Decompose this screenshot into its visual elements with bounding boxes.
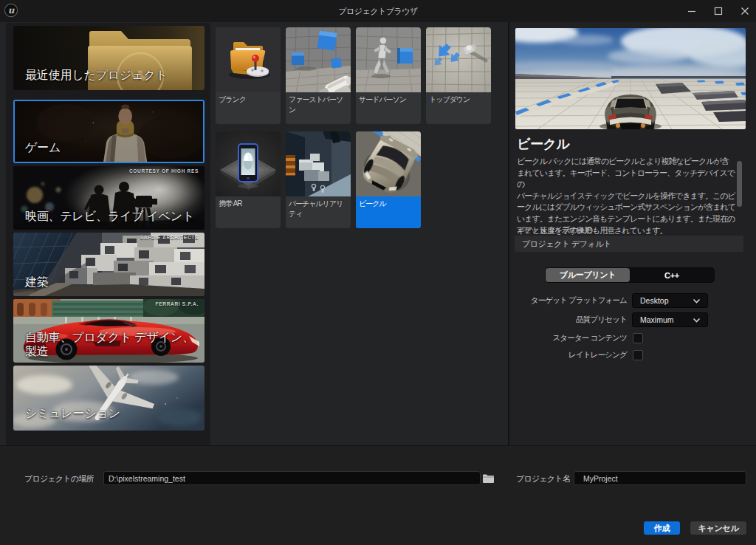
tile-credit: COURTESY OF HIGH RES bbox=[129, 168, 199, 174]
template-description: ビークル パックには通常のビークルとより複雑なビークルが含 まれています。キーボ… bbox=[517, 156, 740, 236]
svg-text:u: u bbox=[8, 5, 15, 16]
sidebar-item-label: 最近使用したプロジェクト bbox=[25, 68, 168, 83]
template-card-virtual-reality[interactable]: バーチャルリアリティ bbox=[286, 131, 351, 228]
vehicle-template-image bbox=[356, 131, 421, 196]
scrollbar-thumb[interactable] bbox=[737, 161, 742, 207]
template-detail-title: ビークル bbox=[517, 135, 569, 153]
handheld-ar-template-image bbox=[216, 131, 281, 196]
close-button[interactable] bbox=[734, 0, 756, 22]
target-platform-value: Desktop bbox=[640, 296, 669, 305]
project-name-value: MyProject bbox=[583, 474, 618, 483]
asset-type-reference-label: アセット タイプの参照 bbox=[516, 225, 591, 236]
template-card-first-person[interactable]: ファーストパーソン bbox=[286, 27, 351, 124]
starter-content-checkbox[interactable] bbox=[633, 333, 643, 343]
starter-content-row: スターター コンテンツ bbox=[515, 332, 751, 345]
template-card-blank[interactable]: ブランク bbox=[216, 27, 281, 124]
template-card-label: サードパーソン bbox=[356, 92, 421, 124]
template-card-top-down[interactable]: トップダウン bbox=[426, 27, 491, 124]
maximize-button[interactable] bbox=[707, 0, 729, 22]
tile-credit: FERRARI S.P.A. bbox=[156, 301, 199, 306]
tile-credit: SAFDIE ARCHITECTS bbox=[140, 235, 199, 240]
folder-icon bbox=[483, 474, 494, 483]
vertical-divider bbox=[508, 22, 509, 446]
target-platform-label: ターゲット プラットフォーム bbox=[515, 295, 627, 306]
template-card-label: ブランク bbox=[216, 92, 281, 124]
template-card-label: ファーストパーソン bbox=[286, 92, 351, 124]
sidebar-item-label: 映画、テレビ、ライブ イベント bbox=[25, 209, 194, 224]
template-card-label: バーチャルリアリティ bbox=[286, 196, 351, 228]
template-card-label: トップダウン bbox=[426, 92, 491, 124]
quality-preset-dropdown[interactable]: Maximum bbox=[633, 313, 707, 326]
cpp-toggle-button[interactable]: C++ bbox=[630, 268, 714, 282]
third-person-template-image bbox=[356, 27, 421, 92]
raytracing-checkbox[interactable] bbox=[633, 350, 643, 360]
project-name-label: プロジェクト名 bbox=[516, 473, 568, 484]
blank-template-image bbox=[216, 27, 281, 92]
unreal-logo-icon: u bbox=[4, 3, 18, 18]
blueprint-toggle-button[interactable]: ブループリント bbox=[546, 268, 630, 282]
sidebar-item-simulation[interactable]: シミュレーション bbox=[13, 366, 205, 431]
project-location-value: D:\pixelstreaming_test bbox=[109, 474, 185, 483]
sidebar-item-label: 自動車、プロダクト デザイン、製造 bbox=[25, 331, 198, 358]
virtual-reality-template-image bbox=[286, 131, 351, 196]
quality-preset-value: Maximum bbox=[640, 315, 674, 324]
sidebar-item-label: シミュレーション bbox=[25, 406, 120, 421]
template-card-label: 携帯 AR bbox=[216, 196, 281, 228]
browse-folder-button[interactable] bbox=[481, 472, 495, 484]
asset-type-reference-field[interactable]: プロジェクト デフォルト bbox=[515, 236, 743, 252]
project-location-input[interactable]: D:\pixelstreaming_test bbox=[103, 471, 481, 485]
template-card-label: ビークル bbox=[356, 196, 421, 228]
template-card-handheld-ar[interactable]: 携帯 AR bbox=[216, 131, 281, 228]
sidebar-item-games[interactable]: ゲーム bbox=[13, 100, 205, 163]
starter-content-label: スターター コンテンツ bbox=[515, 333, 627, 343]
quality-preset-label: 品質プリセット bbox=[515, 315, 627, 325]
target-platform-row: ターゲット プラットフォーム Desktop bbox=[515, 294, 751, 307]
sidebar-item-label: ゲーム bbox=[25, 140, 61, 155]
template-preview-image bbox=[515, 28, 746, 129]
template-card-third-person[interactable]: サードパーソン bbox=[356, 27, 421, 124]
top-down-template-image bbox=[426, 27, 491, 92]
chevron-down-icon bbox=[693, 318, 701, 323]
template-card-vehicle[interactable]: ビークル bbox=[356, 131, 421, 228]
sidebar-item-recent-projects[interactable]: 最近使用したプロジェクト bbox=[13, 26, 205, 90]
minimize-button[interactable] bbox=[681, 0, 703, 22]
raytracing-row: レイトレーシング bbox=[515, 349, 751, 362]
cancel-button[interactable]: キャンセル bbox=[690, 521, 746, 535]
project-location-label: プロジェクトの場所 bbox=[24, 473, 94, 484]
asset-type-reference-value: プロジェクト デフォルト bbox=[522, 239, 611, 250]
target-platform-dropdown[interactable]: Desktop bbox=[633, 294, 707, 307]
sidebar-item-film-tv[interactable]: COURTESY OF HIGH RES 映画、テレビ、ライブ イベント bbox=[13, 166, 205, 230]
window-title: プロジェクトブラウザ bbox=[0, 0, 756, 22]
sidebar-item-automotive[interactable]: FERRARI S.P.A. 自動車、プロダクト デザイン、製造 bbox=[13, 299, 205, 363]
first-person-template-image bbox=[286, 27, 351, 92]
create-button[interactable]: 作成 bbox=[644, 521, 680, 535]
chevron-down-icon bbox=[693, 298, 701, 304]
language-toggle: ブループリント C++ bbox=[546, 268, 714, 282]
raytracing-label: レイトレーシング bbox=[515, 350, 627, 360]
sidebar-item-architecture[interactable]: SAFDIE ARCHITECTS 建築 bbox=[13, 233, 205, 296]
footer-bar bbox=[0, 446, 756, 545]
project-name-input[interactable]: MyProject bbox=[574, 471, 746, 485]
quality-preset-row: 品質プリセット Maximum bbox=[515, 313, 751, 326]
sidebar-item-label: 建築 bbox=[25, 275, 49, 289]
